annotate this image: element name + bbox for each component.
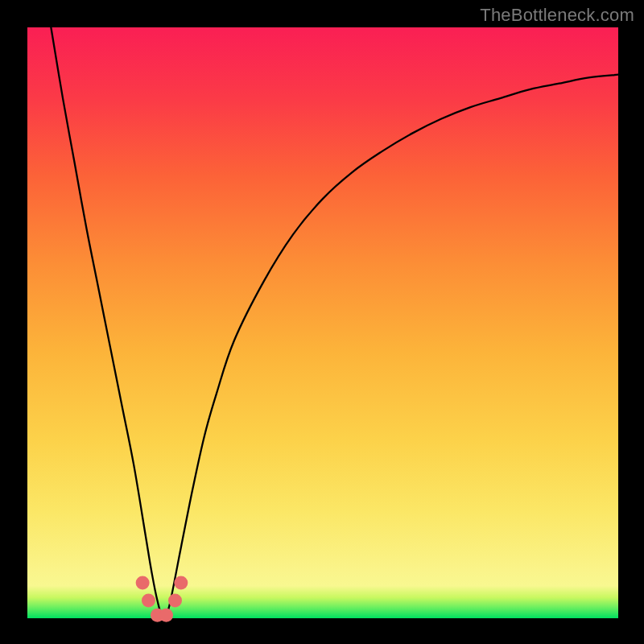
curve-marker	[168, 593, 182, 607]
watermark-text: TheBottleneck.com	[480, 5, 634, 26]
chart-frame: TheBottleneck.com	[0, 0, 644, 644]
curve-marker	[159, 609, 173, 622]
curve-path	[51, 27, 618, 619]
curve-marker	[136, 576, 150, 589]
curve-marker	[142, 593, 155, 607]
curve-marker	[174, 576, 188, 589]
bottleneck-curve	[0, 0, 644, 644]
